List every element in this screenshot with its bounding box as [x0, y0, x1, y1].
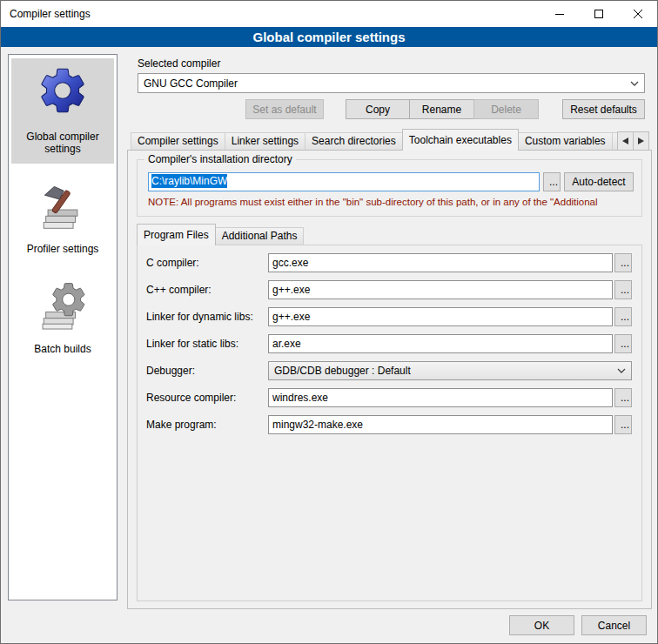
- page-title: Global compiler settings: [1, 27, 657, 47]
- dialog-footer: OK Cancel: [509, 615, 647, 635]
- gray-gear-icon: [37, 279, 88, 330]
- window-titlebar: Compiler settings: [1, 1, 657, 27]
- c-compiler-label: C compiler:: [146, 257, 268, 269]
- window-title: Compiler settings: [1, 8, 91, 20]
- tab-linker-settings[interactable]: Linker settings: [225, 132, 306, 150]
- selected-compiler-value: GNU GCC Compiler: [144, 77, 238, 90]
- chevron-down-icon: [617, 368, 626, 373]
- cpp-compiler-label: C++ compiler:: [146, 284, 268, 296]
- make-program-input[interactable]: [268, 415, 613, 434]
- field-row: C compiler: ...: [146, 253, 641, 272]
- ok-button[interactable]: OK: [509, 615, 574, 635]
- tab-compiler-settings[interactable]: Compiler settings: [131, 132, 225, 150]
- make-program-label: Make program:: [146, 419, 268, 431]
- compiler-tabs: Compiler settings Linker settings Search…: [131, 131, 641, 150]
- cpp-compiler-input[interactable]: [268, 280, 613, 299]
- field-row: C++ compiler: ...: [146, 280, 641, 299]
- field-row: Make program: ...: [146, 415, 641, 434]
- dynamic-linker-input[interactable]: [268, 307, 613, 326]
- maximize-icon: [594, 10, 603, 18]
- compiler-settings-dialog: Compiler settings Global compiler settin…: [0, 0, 658, 644]
- cancel-button[interactable]: Cancel: [581, 615, 647, 635]
- program-files-panel: C compiler: ... C++ compiler: ... Linker…: [137, 245, 642, 601]
- field-row: Resource compiler: ...: [146, 388, 641, 407]
- dynamic-linker-browse-button[interactable]: ...: [614, 307, 632, 326]
- selected-path-text: C:\raylib\MinGW: [151, 174, 227, 188]
- field-row: Linker for static libs: ...: [146, 334, 641, 353]
- hammer-icon: [37, 179, 88, 230]
- tab-toolchain-executables[interactable]: Toolchain executables: [402, 129, 519, 151]
- resource-compiler-browse-button[interactable]: ...: [614, 388, 632, 407]
- c-compiler-input[interactable]: [268, 253, 613, 272]
- sidebar-item-label: Global compiler settings: [13, 131, 112, 155]
- arrow-left-icon: [622, 138, 628, 144]
- debugger-value: GDB/CDB debugger : Default: [274, 365, 411, 377]
- dynamic-linker-label: Linker for dynamic libs:: [146, 311, 268, 323]
- resource-compiler-label: Resource compiler:: [146, 392, 268, 404]
- close-icon: [634, 10, 642, 18]
- static-linker-input[interactable]: [268, 334, 613, 353]
- debugger-label: Debugger:: [146, 365, 268, 377]
- sidebar-item-label: Profiler settings: [13, 243, 112, 255]
- toolchain-executables-panel: Compiler's installation directory C:\ray…: [127, 150, 652, 609]
- tab-custom-variables[interactable]: Custom variables: [518, 132, 613, 150]
- groupbox-title: Compiler's installation directory: [144, 153, 296, 165]
- field-row: Linker for dynamic libs: ...: [146, 307, 641, 326]
- chevron-down-icon: [630, 81, 639, 86]
- maximize-button[interactable]: [579, 1, 618, 27]
- installation-directory-input[interactable]: C:\raylib\MinGW: [148, 172, 540, 191]
- settings-category-list: Global compiler settings Profiler settin…: [8, 54, 118, 600]
- installation-directory-groupbox: Compiler's installation directory C:\ray…: [137, 159, 642, 217]
- close-button[interactable]: [618, 1, 657, 27]
- copy-button[interactable]: Copy: [346, 99, 410, 119]
- blue-gear-icon: [36, 64, 90, 117]
- resource-compiler-input[interactable]: [268, 388, 613, 407]
- tab-search-directories[interactable]: Search directories: [305, 132, 403, 150]
- tab-scroll-left-button[interactable]: [617, 131, 634, 151]
- subtab-additional-paths[interactable]: Additional Paths: [215, 227, 305, 245]
- make-program-browse-button[interactable]: ...: [614, 415, 632, 434]
- sidebar-item-batch-builds[interactable]: Batch builds: [11, 274, 114, 364]
- program-subtabs: Program Files Additional Paths: [137, 225, 303, 245]
- note-text: NOTE: All programs must exist either in …: [148, 197, 635, 207]
- selected-compiler-label: Selected compiler: [138, 57, 220, 70]
- debugger-combo[interactable]: GDB/CDB debugger : Default: [268, 361, 632, 380]
- selected-compiler-combo[interactable]: GNU GCC Compiler: [138, 73, 645, 93]
- minimize-icon: [555, 10, 564, 18]
- delete-button[interactable]: Delete: [473, 99, 539, 119]
- sidebar-item-label: Batch builds: [13, 343, 112, 355]
- field-row: Debugger: GDB/CDB debugger : Default: [146, 361, 641, 380]
- cpp-compiler-browse-button[interactable]: ...: [614, 280, 632, 299]
- static-linker-label: Linker for static libs:: [146, 338, 268, 350]
- rename-button[interactable]: Rename: [409, 99, 474, 119]
- minimize-button[interactable]: [540, 1, 579, 27]
- reset-defaults-button[interactable]: Reset defaults: [562, 99, 645, 119]
- browse-directory-button[interactable]: ...: [543, 172, 561, 191]
- tab-scroll-right-button[interactable]: [633, 131, 649, 151]
- sidebar-item-global-compiler-settings[interactable]: Global compiler settings: [11, 58, 114, 164]
- arrow-right-icon: [638, 138, 644, 144]
- sidebar-item-profiler-settings[interactable]: Profiler settings: [11, 174, 114, 264]
- auto-detect-button[interactable]: Auto-detect: [564, 172, 634, 191]
- set-as-default-button[interactable]: Set as default: [245, 99, 324, 119]
- static-linker-browse-button[interactable]: ...: [614, 334, 632, 353]
- c-compiler-browse-button[interactable]: ...: [614, 253, 632, 272]
- subtab-program-files[interactable]: Program Files: [137, 224, 216, 245]
